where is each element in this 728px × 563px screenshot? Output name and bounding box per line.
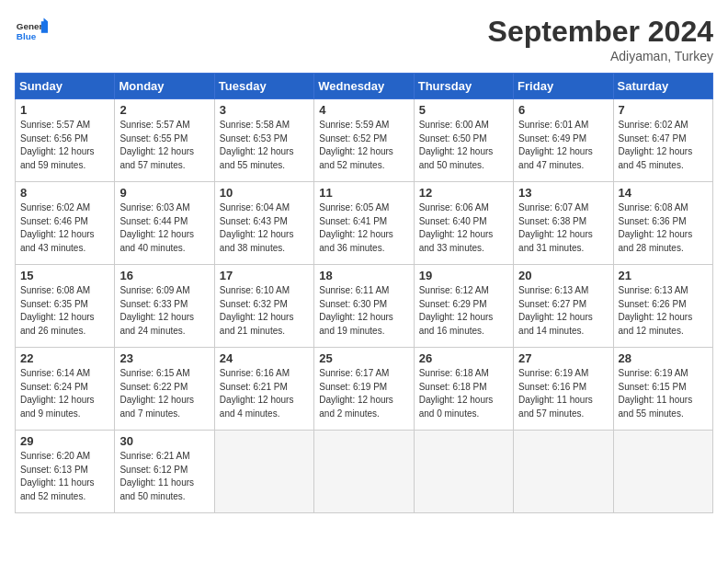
day-info: Sunrise: 6:08 AM Sunset: 6:36 PM Dayligh… [619, 201, 708, 255]
calendar-header-row: SundayMondayTuesdayWednesdayThursdayFrid… [16, 74, 713, 99]
day-info: Sunrise: 6:19 AM Sunset: 6:15 PM Dayligh… [619, 367, 708, 420]
day-info: Sunrise: 6:06 AM Sunset: 6:40 PM Dayligh… [419, 201, 508, 255]
day-header-monday: Monday [115, 74, 214, 99]
calendar-day-cell: 18Sunrise: 6:11 AM Sunset: 6:30 PM Dayli… [314, 265, 414, 348]
day-info: Sunrise: 5:57 AM Sunset: 6:56 PM Dayligh… [20, 119, 109, 172]
calendar-day-cell: 22Sunrise: 6:14 AM Sunset: 6:24 PM Dayli… [16, 348, 115, 431]
day-number: 10 [220, 186, 309, 200]
calendar-day-cell: 12Sunrise: 6:06 AM Sunset: 6:40 PM Dayli… [414, 182, 513, 265]
day-number: 15 [20, 269, 109, 282]
calendar-day-cell [514, 431, 613, 513]
day-info: Sunrise: 6:00 AM Sunset: 6:50 PM Dayligh… [419, 119, 508, 172]
day-number: 5 [419, 103, 508, 117]
day-info: Sunrise: 5:57 AM Sunset: 6:55 PM Dayligh… [119, 119, 209, 172]
day-number: 12 [419, 186, 508, 200]
day-header-sunday: Sunday [16, 74, 115, 99]
month-title: September 2024 [488, 15, 713, 49]
day-info: Sunrise: 6:04 AM Sunset: 6:43 PM Dayligh… [220, 201, 309, 255]
day-info: Sunrise: 6:20 AM Sunset: 6:13 PM Dayligh… [20, 450, 109, 503]
day-info: Sunrise: 6:08 AM Sunset: 6:35 PM Dayligh… [20, 284, 109, 338]
calendar-day-cell: 25Sunrise: 6:17 AM Sunset: 6:19 PM Dayli… [314, 348, 414, 431]
day-info: Sunrise: 6:16 AM Sunset: 6:21 PM Dayligh… [220, 367, 309, 420]
day-info: Sunrise: 6:18 AM Sunset: 6:18 PM Dayligh… [419, 367, 508, 420]
calendar-day-cell [414, 431, 513, 513]
calendar-day-cell: 29Sunrise: 6:20 AM Sunset: 6:13 PM Dayli… [16, 431, 115, 513]
day-header-friday: Friday [514, 74, 613, 99]
day-info: Sunrise: 6:01 AM Sunset: 6:49 PM Dayligh… [518, 119, 608, 172]
calendar-day-cell: 6Sunrise: 6:01 AM Sunset: 6:49 PM Daylig… [514, 99, 613, 182]
calendar-day-cell: 3Sunrise: 5:58 AM Sunset: 6:53 PM Daylig… [214, 99, 313, 182]
calendar-day-cell: 14Sunrise: 6:08 AM Sunset: 6:36 PM Dayli… [613, 182, 712, 265]
calendar-body: 1Sunrise: 5:57 AM Sunset: 6:56 PM Daylig… [16, 99, 713, 513]
day-number: 29 [20, 434, 109, 448]
day-number: 19 [419, 269, 508, 282]
calendar-day-cell: 21Sunrise: 6:13 AM Sunset: 6:26 PM Dayli… [613, 265, 712, 348]
calendar-day-cell: 16Sunrise: 6:09 AM Sunset: 6:33 PM Dayli… [115, 265, 214, 348]
calendar-day-cell: 1Sunrise: 5:57 AM Sunset: 6:56 PM Daylig… [16, 99, 115, 182]
day-number: 27 [518, 351, 608, 365]
day-number: 21 [619, 269, 708, 282]
calendar-week-row: 29Sunrise: 6:20 AM Sunset: 6:13 PM Dayli… [16, 431, 713, 513]
day-number: 18 [319, 269, 408, 282]
day-number: 6 [518, 103, 608, 117]
day-info: Sunrise: 6:05 AM Sunset: 6:41 PM Dayligh… [319, 201, 408, 255]
calendar-day-cell: 13Sunrise: 6:07 AM Sunset: 6:38 PM Dayli… [514, 182, 613, 265]
calendar-day-cell [314, 431, 414, 513]
calendar-day-cell: 20Sunrise: 6:13 AM Sunset: 6:27 PM Dayli… [514, 265, 613, 348]
day-number: 9 [119, 186, 209, 200]
day-info: Sunrise: 6:09 AM Sunset: 6:33 PM Dayligh… [119, 284, 209, 338]
day-number: 14 [619, 186, 708, 200]
calendar-day-cell: 2Sunrise: 5:57 AM Sunset: 6:55 PM Daylig… [115, 99, 214, 182]
logo-icon: General Blue [15, 15, 48, 48]
calendar-day-cell: 24Sunrise: 6:16 AM Sunset: 6:21 PM Dayli… [214, 348, 313, 431]
day-number: 3 [220, 103, 309, 117]
calendar-table: SundayMondayTuesdayWednesdayThursdayFrid… [15, 73, 713, 513]
day-info: Sunrise: 6:13 AM Sunset: 6:26 PM Dayligh… [619, 284, 708, 338]
day-number: 1 [20, 103, 109, 117]
day-info: Sunrise: 6:13 AM Sunset: 6:27 PM Dayligh… [518, 284, 608, 338]
day-number: 2 [119, 103, 209, 117]
calendar-day-cell: 26Sunrise: 6:18 AM Sunset: 6:18 PM Dayli… [414, 348, 513, 431]
calendar-day-cell: 17Sunrise: 6:10 AM Sunset: 6:32 PM Dayli… [214, 265, 313, 348]
day-number: 20 [518, 269, 608, 282]
calendar-week-row: 1Sunrise: 5:57 AM Sunset: 6:56 PM Daylig… [16, 99, 713, 182]
header: General Blue September 2024 Adiyaman, Tu… [15, 15, 713, 63]
day-info: Sunrise: 6:17 AM Sunset: 6:19 PM Dayligh… [319, 367, 408, 420]
day-number: 17 [220, 269, 309, 282]
day-number: 16 [119, 269, 209, 282]
calendar-day-cell: 19Sunrise: 6:12 AM Sunset: 6:29 PM Dayli… [414, 265, 513, 348]
day-info: Sunrise: 6:21 AM Sunset: 6:12 PM Dayligh… [119, 450, 209, 503]
calendar-day-cell: 4Sunrise: 5:59 AM Sunset: 6:52 PM Daylig… [314, 99, 414, 182]
calendar-day-cell [214, 431, 313, 513]
day-info: Sunrise: 6:15 AM Sunset: 6:22 PM Dayligh… [119, 367, 209, 420]
calendar-day-cell: 15Sunrise: 6:08 AM Sunset: 6:35 PM Dayli… [16, 265, 115, 348]
calendar-day-cell [613, 431, 712, 513]
day-info: Sunrise: 6:03 AM Sunset: 6:44 PM Dayligh… [119, 201, 209, 255]
calendar-day-cell: 23Sunrise: 6:15 AM Sunset: 6:22 PM Dayli… [115, 348, 214, 431]
day-info: Sunrise: 6:02 AM Sunset: 6:47 PM Dayligh… [619, 119, 708, 172]
day-number: 26 [419, 351, 508, 365]
day-number: 11 [319, 186, 408, 200]
calendar-week-row: 22Sunrise: 6:14 AM Sunset: 6:24 PM Dayli… [16, 348, 713, 431]
calendar-day-cell: 11Sunrise: 6:05 AM Sunset: 6:41 PM Dayli… [314, 182, 414, 265]
day-info: Sunrise: 5:59 AM Sunset: 6:52 PM Dayligh… [319, 119, 408, 172]
calendar-day-cell: 30Sunrise: 6:21 AM Sunset: 6:12 PM Dayli… [115, 431, 214, 513]
day-number: 22 [20, 351, 109, 365]
calendar-week-row: 8Sunrise: 6:02 AM Sunset: 6:46 PM Daylig… [16, 182, 713, 265]
day-info: Sunrise: 6:07 AM Sunset: 6:38 PM Dayligh… [518, 201, 608, 255]
day-info: Sunrise: 6:10 AM Sunset: 6:32 PM Dayligh… [220, 284, 309, 338]
calendar-day-cell: 10Sunrise: 6:04 AM Sunset: 6:43 PM Dayli… [214, 182, 313, 265]
day-number: 7 [619, 103, 708, 117]
calendar-day-cell: 9Sunrise: 6:03 AM Sunset: 6:44 PM Daylig… [115, 182, 214, 265]
day-number: 30 [119, 434, 209, 448]
day-header-tuesday: Tuesday [214, 74, 313, 99]
day-info: Sunrise: 6:12 AM Sunset: 6:29 PM Dayligh… [419, 284, 508, 338]
day-number: 24 [220, 351, 309, 365]
logo: General Blue [15, 15, 48, 48]
day-info: Sunrise: 6:11 AM Sunset: 6:30 PM Dayligh… [319, 284, 408, 338]
day-header-saturday: Saturday [613, 74, 712, 99]
day-info: Sunrise: 6:14 AM Sunset: 6:24 PM Dayligh… [20, 367, 109, 420]
calendar-day-cell: 28Sunrise: 6:19 AM Sunset: 6:15 PM Dayli… [613, 348, 712, 431]
day-number: 4 [319, 103, 408, 117]
day-number: 25 [319, 351, 408, 365]
